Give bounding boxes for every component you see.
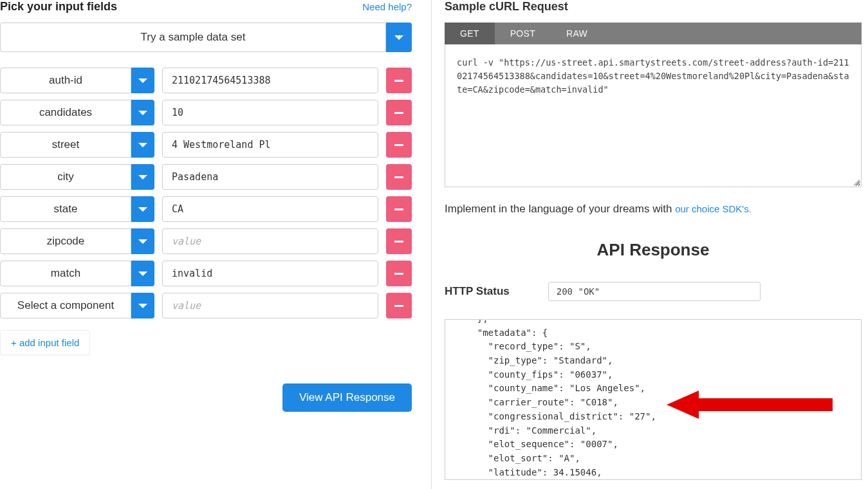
field-name[interactable]: match: [0, 261, 131, 286]
minus-icon: [394, 208, 403, 210]
http-status-row: HTTP Status: [445, 282, 862, 301]
response-body[interactable]: }, "metadata": { "record_type": "S", "zi…: [445, 319, 862, 480]
minus-icon: [394, 241, 403, 243]
fields-list: auth-idcandidatesstreetcitystatezipcodem…: [0, 68, 412, 318]
field-row: state: [0, 196, 412, 222]
chevron-down-icon: [394, 35, 403, 40]
field-row: zipcode: [0, 228, 412, 254]
remove-field-button[interactable]: [386, 293, 412, 318]
remove-field-button[interactable]: [386, 164, 412, 190]
minus-icon: [394, 305, 403, 307]
field-name-caret[interactable]: [131, 132, 154, 158]
minus-icon: [394, 273, 403, 275]
chevron-down-icon: [138, 78, 147, 83]
field-name[interactable]: street: [0, 132, 131, 158]
sdk-link[interactable]: our choice SDK's.: [675, 203, 752, 214]
remove-field-button[interactable]: [386, 68, 412, 93]
field-row: Select a component: [0, 293, 412, 318]
field-name-caret[interactable]: [131, 228, 154, 254]
add-input-button[interactable]: + add input field: [0, 330, 90, 355]
left-panel: Pick your input fields Need help? Try a …: [0, 0, 418, 489]
chevron-down-icon: [138, 111, 147, 115]
curl-tabs: GETPOSTRAW: [445, 23, 862, 44]
tab-get[interactable]: GET: [445, 23, 495, 44]
left-heading: Pick your input fields: [0, 0, 117, 14]
field-name[interactable]: candidates: [0, 100, 131, 125]
tab-post[interactable]: POST: [495, 23, 551, 44]
http-status-value[interactable]: [548, 282, 761, 301]
field-name-caret[interactable]: [131, 68, 154, 93]
field-value-input[interactable]: [162, 196, 378, 222]
remove-field-button[interactable]: [386, 261, 412, 286]
field-name-caret[interactable]: [131, 196, 154, 222]
field-row: city: [0, 164, 412, 190]
remove-field-button[interactable]: [386, 196, 412, 222]
field-value-input[interactable]: [162, 261, 378, 286]
help-link[interactable]: Need help?: [362, 1, 412, 12]
field-name-caret[interactable]: [131, 164, 154, 190]
minus-icon: [394, 144, 403, 146]
implement-prefix: Implement in the language of your dreams…: [445, 203, 675, 215]
chevron-down-icon: [138, 272, 147, 276]
remove-field-button[interactable]: [386, 100, 412, 125]
field-name[interactable]: zipcode: [0, 228, 131, 254]
field-name-caret[interactable]: [131, 261, 154, 286]
curl-heading: Sample cURL Request: [445, 0, 862, 14]
field-name[interactable]: city: [0, 164, 131, 190]
field-name[interactable]: auth-id: [0, 68, 131, 93]
field-row: candidates: [0, 100, 412, 125]
remove-field-button[interactable]: [386, 132, 412, 158]
field-value-input[interactable]: [162, 68, 378, 93]
http-status-label: HTTP Status: [445, 285, 510, 298]
field-name-caret[interactable]: [131, 293, 154, 318]
chevron-down-icon: [138, 304, 147, 308]
api-response-title: API Response: [445, 240, 862, 260]
sample-select-caret[interactable]: [386, 23, 412, 52]
minus-icon: [394, 112, 403, 114]
field-row: auth-id: [0, 68, 412, 93]
chevron-down-icon: [138, 175, 147, 180]
chevron-down-icon: [138, 207, 147, 212]
panel-divider: [431, 0, 432, 489]
minus-icon: [394, 80, 403, 82]
sample-select-label[interactable]: Try a sample data set: [0, 23, 386, 52]
field-row: street: [0, 132, 412, 158]
chevron-down-icon: [138, 143, 147, 147]
chevron-down-icon: [138, 239, 147, 244]
field-row: match: [0, 261, 412, 286]
sample-select: Try a sample data set: [0, 23, 412, 52]
remove-field-button[interactable]: [386, 228, 412, 254]
field-value-input[interactable]: [162, 293, 378, 318]
implement-line: Implement in the language of your dreams…: [445, 203, 862, 216]
field-name-caret[interactable]: [131, 100, 154, 125]
curl-box[interactable]: curl -v "https://us-street.api.smartystr…: [445, 44, 862, 187]
field-name[interactable]: Select a component: [0, 293, 131, 318]
minus-icon: [394, 176, 403, 178]
right-panel: Sample cURL Request GETPOSTRAW curl -v "…: [445, 0, 868, 489]
field-name[interactable]: state: [0, 196, 131, 222]
field-value-input[interactable]: [162, 132, 378, 158]
tab-raw[interactable]: RAW: [551, 23, 603, 44]
view-api-response-button[interactable]: View API Response: [282, 383, 412, 412]
field-value-input[interactable]: [162, 228, 378, 254]
field-value-input[interactable]: [162, 100, 378, 125]
left-header: Pick your input fields Need help?: [0, 0, 412, 14]
field-value-input[interactable]: [162, 164, 378, 190]
